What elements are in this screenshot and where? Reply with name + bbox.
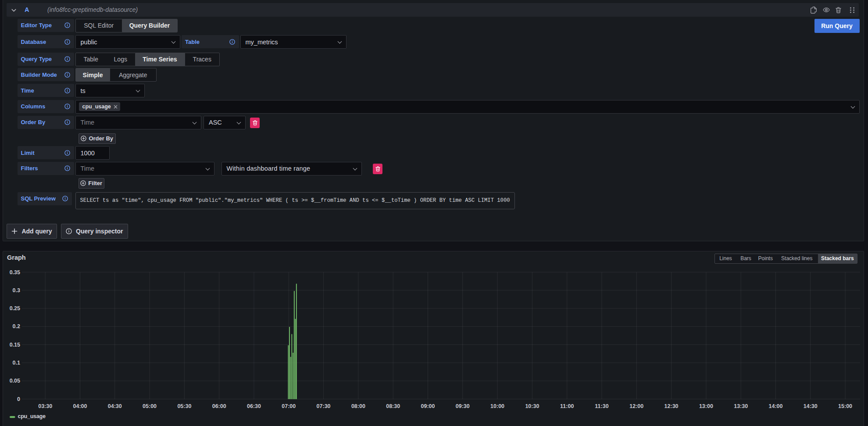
svg-text:10:30: 10:30 [525, 403, 539, 409]
svg-text:13:00: 13:00 [699, 403, 713, 409]
svg-text:12:00: 12:00 [629, 403, 643, 409]
svg-text:10:00: 10:00 [490, 403, 504, 409]
svg-text:08:30: 08:30 [386, 403, 400, 409]
svg-text:04:30: 04:30 [108, 403, 122, 409]
svg-text:11:30: 11:30 [595, 403, 608, 409]
svg-text:0.15: 0.15 [10, 342, 20, 348]
svg-text:09:30: 09:30 [456, 403, 470, 409]
svg-text:cpu_usage: cpu_usage [18, 413, 46, 419]
svg-text:14:00: 14:00 [769, 403, 783, 409]
svg-text:0.3: 0.3 [13, 287, 20, 294]
svg-text:0: 0 [17, 396, 20, 402]
svg-text:14:30: 14:30 [804, 403, 818, 409]
svg-text:12:30: 12:30 [664, 403, 679, 409]
svg-text:07:00: 07:00 [282, 403, 296, 409]
svg-text:03:30: 03:30 [38, 403, 52, 409]
svg-text:0.1: 0.1 [13, 360, 20, 366]
svg-text:0.25: 0.25 [10, 305, 20, 311]
svg-text:05:30: 05:30 [177, 403, 191, 409]
svg-text:06:30: 06:30 [247, 403, 261, 409]
svg-text:0.2: 0.2 [13, 323, 20, 329]
svg-text:06:00: 06:00 [212, 403, 226, 409]
svg-text:0.05: 0.05 [10, 378, 20, 384]
svg-text:04:00: 04:00 [73, 403, 87, 409]
svg-text:13:30: 13:30 [734, 403, 748, 409]
svg-text:11:00: 11:00 [560, 403, 574, 409]
svg-text:08:00: 08:00 [351, 403, 365, 409]
svg-text:05:00: 05:00 [143, 403, 157, 409]
svg-text:15:00: 15:00 [838, 403, 852, 409]
svg-text:0.35: 0.35 [10, 269, 20, 276]
svg-text:07:30: 07:30 [317, 403, 331, 409]
svg-text:09:00: 09:00 [421, 403, 435, 409]
